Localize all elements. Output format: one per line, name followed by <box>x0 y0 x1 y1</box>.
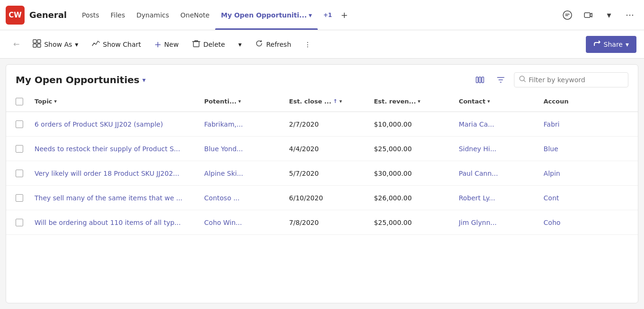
row-2-contact[interactable]: Sidney Hi... <box>459 145 543 153</box>
column-header-topic-label: Topic <box>35 98 52 105</box>
app-icon: CW <box>6 6 25 25</box>
row-4-account[interactable]: Cont <box>544 194 628 202</box>
filter-input-container <box>514 72 628 87</box>
row-2-account[interactable]: Blue <box>544 145 628 153</box>
show-chart-label: Show Chart <box>103 41 141 48</box>
svg-rect-3 <box>37 40 41 43</box>
row-3-topic[interactable]: Very likely will order 18 Product SKU JJ… <box>35 170 204 177</box>
nav-add-tab-button[interactable]: + <box>338 9 351 22</box>
table-body: 6 orders of Product SKU JJ202 (sample) F… <box>6 112 638 303</box>
content-area: My Open Opportunities ▾ <box>6 64 638 303</box>
nav-link-opportunities[interactable]: My Open Opportuniti... ▾ <box>215 0 318 30</box>
header-checkbox-cell <box>16 98 35 105</box>
column-header-est-revenue[interactable]: Est. reven... ▾ <box>374 98 459 105</box>
nav-link-posts[interactable]: Posts <box>76 0 105 30</box>
table-row: Needs to restock their supply of Product… <box>6 137 638 161</box>
svg-rect-4 <box>33 44 36 47</box>
row-1-est-revenue: $10,000.00 <box>374 120 459 128</box>
row-1-contact[interactable]: Maria Ca... <box>459 120 543 128</box>
show-chart-button[interactable]: Show Chart <box>86 36 147 53</box>
column-header-contact[interactable]: Contact ▾ <box>459 98 543 105</box>
show-as-chevron-icon: ▾ <box>75 41 78 48</box>
nav-links: Posts Files Dynamics OneNote My Open Opp… <box>76 0 559 30</box>
nav-link-files[interactable]: Files <box>105 0 131 30</box>
video-chevron-button[interactable]: ▾ <box>600 7 618 24</box>
column-header-topic[interactable]: Topic ▾ <box>35 98 204 105</box>
back-button[interactable]: ← <box>8 36 25 53</box>
table-row: Will be ordering about 110 items of all … <box>6 210 638 235</box>
row-1-potential[interactable]: Fabrikam,... <box>204 120 289 128</box>
table-row: Very likely will order 18 Product SKU JJ… <box>6 161 638 186</box>
more-options-icon: ⋮ <box>305 41 311 48</box>
row-3-potential[interactable]: Alpine Ski... <box>204 170 289 177</box>
column-header-est-close[interactable]: Est. close ... ↑ ▾ <box>289 98 374 105</box>
row-4-est-revenue: $26,000.00 <box>374 194 459 202</box>
svg-rect-1 <box>584 13 590 17</box>
refresh-label: Refresh <box>266 41 291 48</box>
row-4-topic[interactable]: They sell many of the same items that we… <box>35 194 204 202</box>
row-1-checkbox[interactable] <box>16 120 23 128</box>
new-button[interactable]: + New <box>148 36 184 53</box>
new-plus-icon: + <box>154 39 161 49</box>
row-3-est-revenue: $30,000.00 <box>374 170 459 177</box>
chat-icon-button[interactable] <box>559 7 576 24</box>
show-as-icon <box>33 39 41 50</box>
video-icon-button[interactable] <box>580 7 597 24</box>
row-5-topic[interactable]: Will be ordering about 110 items of all … <box>35 219 204 226</box>
row-4-checkbox[interactable] <box>16 194 23 202</box>
row-1-topic[interactable]: 6 orders of Product SKU JJ202 (sample) <box>35 120 204 128</box>
filter-icon-button[interactable] <box>493 72 508 87</box>
row-5-contact[interactable]: Jim Glynn... <box>459 219 543 226</box>
content-header: My Open Opportunities ▾ <box>6 65 638 91</box>
row-1-account[interactable]: Fabri <box>544 120 628 128</box>
row-5-checkbox[interactable] <box>16 219 23 226</box>
nav-link-posts-label: Posts <box>82 11 99 19</box>
svg-rect-2 <box>33 40 36 43</box>
row-2-topic[interactable]: Needs to restock their supply of Product… <box>35 145 204 153</box>
show-as-button[interactable]: Show As ▾ <box>27 36 84 53</box>
row-4-potential[interactable]: Contoso ... <box>204 194 289 202</box>
row-2-checkbox[interactable] <box>16 145 23 153</box>
column-header-est-revenue-label: Est. reven... <box>374 98 416 105</box>
view-title-chevron-icon: ▾ <box>142 76 146 84</box>
delete-dropdown-button[interactable]: ▾ <box>233 36 247 53</box>
row-4-est-close: 6/10/2020 <box>289 194 374 202</box>
column-settings-icon-button[interactable] <box>472 72 487 87</box>
row-3-contact[interactable]: Paul Cann... <box>459 170 543 177</box>
row-5-account[interactable]: Coho <box>544 219 628 226</box>
row-4-contact[interactable]: Robert Ly... <box>459 194 543 202</box>
nav-link-onenote[interactable]: OneNote <box>175 0 216 30</box>
column-header-est-close-label: Est. close ... <box>289 98 331 105</box>
top-navigation: CW General Posts Files Dynamics OneNote … <box>0 0 644 30</box>
nav-link-opportunities-label: My Open Opportuniti... <box>221 11 307 19</box>
nav-link-dynamics[interactable]: Dynamics <box>131 0 175 30</box>
est-close-sort-asc-icon: ↑ <box>333 98 338 104</box>
table-header: Topic ▾ Potenti... ▾ Est. close ... ↑ ▾ … <box>6 91 638 112</box>
app-title: General <box>29 10 67 20</box>
row-2-est-revenue: $25,000.00 <box>374 145 459 153</box>
contact-sort-chevron-icon: ▾ <box>487 98 490 104</box>
delete-button[interactable]: Delete <box>186 36 231 53</box>
view-title[interactable]: My Open Opportunities ▾ <box>16 74 146 86</box>
more-options-button[interactable]: ⋮ <box>299 36 317 53</box>
nav-link-onenote-label: OneNote <box>181 11 210 19</box>
select-all-checkbox[interactable] <box>16 98 23 105</box>
nav-right-icons: ▾ ⋯ <box>559 7 638 24</box>
est-close-sort-chevron-icon: ▾ <box>339 98 342 104</box>
refresh-icon <box>255 39 263 50</box>
svg-rect-6 <box>193 42 199 47</box>
filter-keyword-input[interactable] <box>529 76 623 84</box>
more-options-icon-button[interactable]: ⋯ <box>621 7 638 24</box>
row-1-est-close: 2/7/2020 <box>289 120 374 128</box>
column-header-potential[interactable]: Potenti... ▾ <box>204 98 289 105</box>
refresh-button[interactable]: Refresh <box>249 36 297 53</box>
share-button[interactable]: Share ▾ <box>586 36 636 53</box>
row-3-checkbox[interactable] <box>16 170 23 177</box>
delete-dropdown-icon: ▾ <box>238 41 242 48</box>
row-5-potential[interactable]: Coho Win... <box>204 219 289 226</box>
nav-badge[interactable]: +1 <box>318 0 338 30</box>
row-1-checkbox-cell <box>16 120 35 128</box>
row-3-account[interactable]: Alpin <box>544 170 628 177</box>
share-icon <box>593 40 601 49</box>
row-2-potential[interactable]: Blue Yond... <box>204 145 289 153</box>
